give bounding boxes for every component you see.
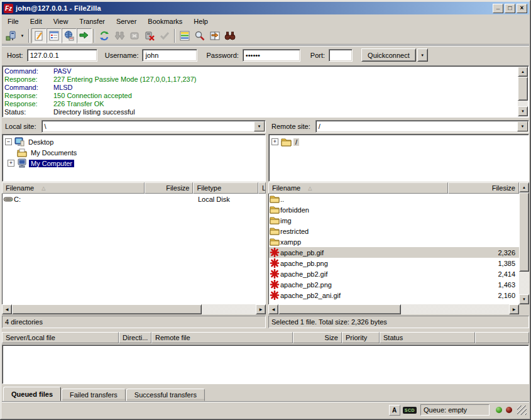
column-label: Filename bbox=[272, 184, 300, 192]
transfer-queue-list[interactable] bbox=[2, 345, 529, 384]
toggle-message-log-button[interactable] bbox=[31, 28, 47, 43]
compare-directories-button[interactable] bbox=[207, 28, 222, 43]
local-list-hscrollbar[interactable]: ◀ ▶ bbox=[2, 304, 266, 314]
file-size: 2,414 bbox=[456, 270, 519, 278]
scroll-down-button[interactable]: ▼ bbox=[519, 294, 529, 304]
log-scrollbar[interactable]: ▲ ▼ bbox=[518, 67, 528, 116]
folder-icon bbox=[281, 138, 292, 146]
menu-help[interactable]: Help bbox=[188, 16, 214, 26]
local-site-dropdown-button[interactable]: ▼ bbox=[254, 121, 265, 131]
username-label: Username: bbox=[105, 52, 139, 59]
file-search-button[interactable] bbox=[192, 28, 207, 43]
toggle-transfer-queue-button[interactable] bbox=[77, 28, 92, 43]
scroll-thumb[interactable] bbox=[12, 304, 202, 314]
remote-file-row[interactable]: apache_pb2.png 1,463 bbox=[269, 279, 519, 290]
remote-file-row[interactable]: apache_pb2.gif 2,414 bbox=[269, 268, 519, 279]
scroll-thumb[interactable] bbox=[278, 304, 401, 314]
menu-transfer[interactable]: Transfer bbox=[74, 16, 111, 26]
remote-list-hscrollbar[interactable]: ◀ ▶ bbox=[268, 304, 519, 314]
quickconnect-button[interactable]: Quickconnect bbox=[361, 48, 416, 62]
column-header-filesize[interactable]: Filesize bbox=[448, 182, 519, 194]
remote-file-row[interactable]: xampp bbox=[269, 236, 519, 247]
column-header-size[interactable]: Size bbox=[293, 332, 342, 343]
remote-file-row[interactable]: apache_pb.png 1,385 bbox=[269, 258, 519, 268]
username-input[interactable] bbox=[142, 49, 197, 62]
resize-grip[interactable] bbox=[517, 406, 527, 415]
file-type: Local Disk bbox=[195, 196, 260, 203]
local-file-row[interactable]: C: Local Disk bbox=[3, 194, 266, 204]
remote-file-row[interactable]: img bbox=[269, 215, 519, 226]
site-manager-button[interactable] bbox=[3, 28, 18, 43]
tree-item-my-documents[interactable]: My Documents bbox=[5, 147, 265, 158]
maximize-button[interactable]: □ bbox=[505, 4, 515, 13]
menu-file[interactable]: File bbox=[2, 16, 25, 26]
tab-queued-files[interactable]: Queued files bbox=[3, 387, 61, 401]
scroll-up-button[interactable]: ▲ bbox=[519, 182, 529, 192]
tab-failed-transfers[interactable]: Failed transfers bbox=[62, 389, 126, 401]
toggle-remote-tree-button[interactable] bbox=[62, 28, 77, 43]
process-queue-button[interactable] bbox=[112, 28, 127, 43]
expand-icon[interactable]: + bbox=[271, 138, 278, 145]
refresh-button[interactable] bbox=[97, 28, 112, 43]
queue-status-text: Queue: empty bbox=[424, 406, 467, 414]
tree-item-root[interactable]: + / bbox=[271, 136, 528, 147]
column-header-remote-file[interactable]: Remote file bbox=[151, 332, 293, 343]
scroll-thumb[interactable] bbox=[518, 77, 528, 101]
quickconnect-button-label: Quickconnect bbox=[368, 52, 410, 59]
port-input[interactable] bbox=[329, 49, 353, 62]
column-header-filetype[interactable]: Filetype bbox=[193, 182, 258, 194]
column-header-filename[interactable]: Filename△ bbox=[2, 182, 145, 194]
local-site-combo[interactable]: \ ▼ bbox=[41, 120, 266, 133]
menu-bookmarks[interactable]: Bookmarks bbox=[142, 16, 188, 26]
tab-label: Queued files bbox=[11, 390, 53, 398]
toggle-local-tree-button[interactable] bbox=[47, 28, 62, 43]
close-button[interactable]: × bbox=[517, 4, 527, 13]
scroll-left-button[interactable]: ◀ bbox=[2, 304, 12, 314]
remote-file-row[interactable]: .. bbox=[269, 194, 519, 204]
menu-edit[interactable]: Edit bbox=[25, 16, 48, 26]
tree-item-my-computer[interactable]: + My Computer bbox=[5, 158, 265, 169]
scroll-up-button[interactable]: ▲ bbox=[518, 67, 528, 77]
quickconnect-dropdown-button[interactable]: ▼ bbox=[417, 48, 428, 62]
remote-file-list: .. forbidden img restricted xampp apache… bbox=[268, 194, 519, 304]
scroll-down-button[interactable]: ▼ bbox=[518, 106, 528, 116]
scroll-right-button[interactable]: ▶ bbox=[509, 304, 519, 314]
tree-item-desktop[interactable]: − Desktop bbox=[5, 136, 265, 147]
column-header-filename[interactable]: Filename△ bbox=[268, 182, 448, 194]
disconnect-button[interactable] bbox=[142, 28, 157, 43]
directory-listing-filter-button[interactable] bbox=[177, 28, 192, 43]
scroll-left-button[interactable]: ◀ bbox=[268, 304, 278, 314]
password-input[interactable] bbox=[243, 49, 300, 62]
cancel-operation-button[interactable] bbox=[127, 28, 142, 43]
remote-site-combo[interactable]: / ▼ bbox=[315, 120, 529, 133]
remote-file-row-selected[interactable]: apache_pb.gif 2,326 bbox=[269, 247, 519, 258]
column-header-filesize[interactable]: Filesize bbox=[145, 182, 194, 194]
remote-file-row[interactable]: forbidden bbox=[269, 204, 519, 215]
column-header-server-local-file[interactable]: Server/Local file bbox=[2, 332, 119, 343]
column-header-priority[interactable]: Priority bbox=[342, 332, 380, 343]
synchronized-browsing-button[interactable] bbox=[222, 28, 238, 43]
minimize-button[interactable]: _ bbox=[493, 4, 503, 13]
remote-list-vscrollbar[interactable]: ▲ ▼ bbox=[519, 182, 529, 304]
filezilla-window: Fz john@127.0.0.1 - FileZilla _ □ × File… bbox=[0, 0, 531, 420]
column-header-direction[interactable]: Directi... bbox=[119, 332, 151, 343]
remote-file-row[interactable]: restricted bbox=[269, 226, 519, 236]
menu-view[interactable]: View bbox=[48, 16, 74, 26]
abort-button[interactable] bbox=[157, 28, 172, 43]
scroll-thumb[interactable] bbox=[519, 192, 529, 272]
host-input[interactable] bbox=[27, 49, 97, 62]
tab-successful-transfers[interactable]: Successful transfers bbox=[126, 389, 205, 401]
column-header-last-modified[interactable]: L bbox=[258, 182, 266, 194]
file-name: xampp bbox=[280, 238, 456, 246]
remote-file-row[interactable]: apache_pb2_ani.gif 2,160 bbox=[269, 290, 519, 301]
column-header-status[interactable]: Status bbox=[380, 332, 475, 343]
compare-directories-icon bbox=[209, 30, 221, 41]
remote-site-dropdown-button[interactable]: ▼ bbox=[517, 121, 528, 131]
file-size: 2,326 bbox=[456, 249, 519, 257]
collapse-icon[interactable]: − bbox=[5, 138, 12, 145]
site-manager-dropdown-button[interactable]: ▼ bbox=[18, 28, 26, 43]
scroll-right-button[interactable]: ▶ bbox=[256, 304, 266, 314]
expand-icon[interactable]: + bbox=[8, 160, 14, 167]
log-text: Directory listing successful bbox=[53, 108, 135, 116]
menu-server[interactable]: Server bbox=[111, 16, 142, 26]
